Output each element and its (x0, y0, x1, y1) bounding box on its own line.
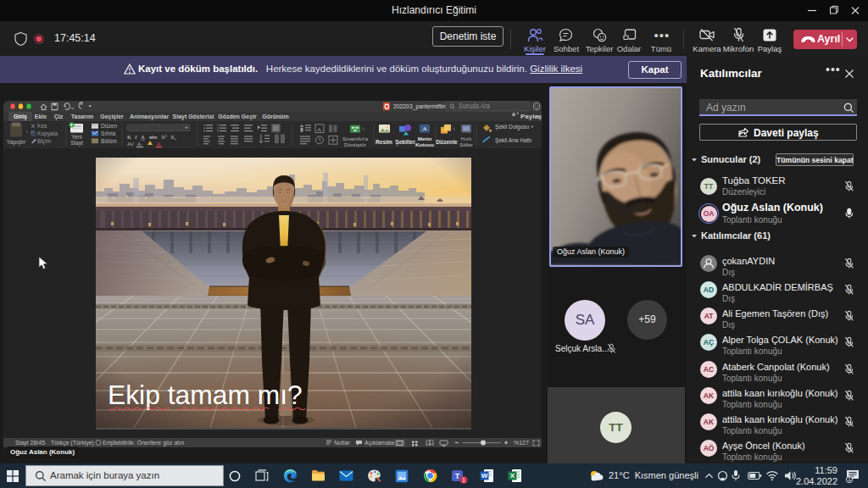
svg-text:Yapıştır: Yapıştır (7, 139, 26, 146)
svg-text:A: A (141, 134, 145, 140)
svg-text:Tasarım: Tasarım (71, 114, 93, 119)
svg-text:Açıklamalar: Açıklamalar (364, 440, 396, 446)
svg-text:abc: abc (149, 134, 158, 140)
svg-text:X²: X² (161, 134, 167, 140)
svg-text:A: A (422, 126, 426, 132)
svg-text:AV: AV (127, 141, 135, 147)
svg-text:Erişilebilirlik: Önerilere göz: Erişilebilirlik: Önerilere göz atın (103, 440, 184, 446)
svg-text:T: T (455, 472, 460, 480)
svg-text:Şekiller: Şekiller (395, 139, 415, 146)
svg-text:Giriş: Giriş (14, 114, 27, 120)
svg-text:Bölüm: Bölüm (101, 138, 117, 144)
svg-text:Çiz: Çiz (54, 114, 64, 120)
svg-text:Şekil Ana Hattı: Şekil Ana Hattı (495, 137, 531, 144)
svg-text:Slayt 28/45: Slayt 28/45 (15, 440, 45, 446)
svg-text:Sıfırla: Sıfırla (101, 130, 116, 136)
svg-text:A: A (317, 126, 321, 132)
svg-text:1: 1 (848, 476, 851, 482)
svg-text:Biçim: Biçim (37, 138, 51, 145)
svg-text:X: X (510, 472, 515, 480)
svg-text:Resim: Resim (376, 139, 392, 145)
svg-text:Geçişler: Geçişler (100, 114, 124, 120)
svg-text:I: I (134, 134, 137, 140)
svg-text:Ekip tamam mı?: Ekip tamam mı? (108, 380, 303, 410)
svg-text:X₂: X₂ (170, 134, 176, 140)
svg-text:Slayt: Slayt (70, 140, 83, 147)
svg-text:Paylaş: Paylaş (520, 113, 542, 120)
svg-text:W: W (481, 472, 488, 480)
svg-text:3: 3 (217, 130, 219, 133)
svg-text:Kes: Kes (37, 123, 47, 129)
svg-text:Görünüm: Görünüm (262, 114, 288, 119)
svg-text:K: K (127, 134, 131, 140)
svg-text:Gözden Geçir: Gözden Geçir (218, 114, 257, 120)
svg-text:Düzen: Düzen (101, 123, 117, 129)
svg-text:Animasyonlar: Animasyonlar (130, 114, 170, 120)
svg-text:202203_pantermifilmi: 202203_pantermifilmi (393, 103, 448, 111)
svg-text:Kutusu: Kutusu (415, 141, 434, 147)
svg-text:Kopyala: Kopyala (37, 130, 58, 137)
svg-text:1: 1 (462, 476, 465, 484)
svg-text:Türkçe (Türkiye): Türkçe (Türkiye) (51, 440, 94, 446)
svg-text:Ekle: Ekle (35, 114, 47, 119)
svg-text:Sunuda Ara: Sunuda Ara (459, 103, 490, 111)
svg-text:Stiller: Stiller (459, 141, 473, 147)
svg-text:%127: %127 (514, 440, 529, 446)
svg-text:Notlar: Notlar (334, 440, 350, 446)
svg-text:Slayt Gösterisi: Slayt Gösterisi (173, 114, 214, 120)
svg-text:Dönüştür: Dönüştür (344, 141, 366, 148)
svg-text:Düzenle: Düzenle (436, 139, 458, 145)
svg-text:Şekil Dolgusu: Şekil Dolgusu (495, 124, 530, 130)
